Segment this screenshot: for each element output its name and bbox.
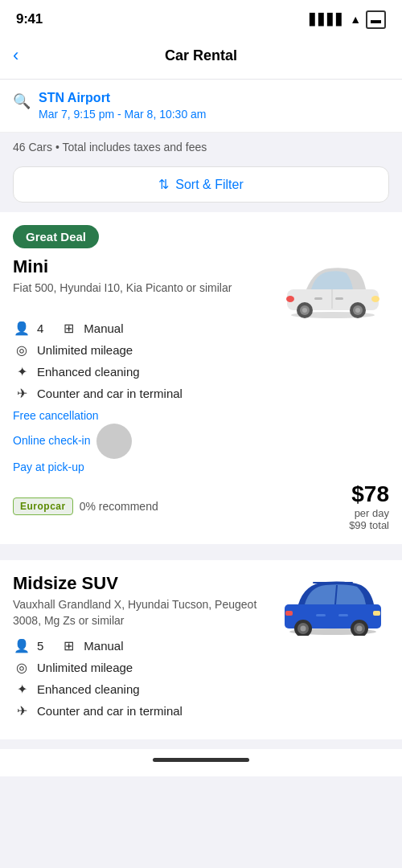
feature-row-seats: 👤 4 ⊞ Manual (13, 321, 389, 336)
mileage-label: Unlimited mileage (37, 343, 133, 357)
svg-point-5 (302, 308, 307, 313)
signal-icon: ▋▋▋▋ (310, 13, 345, 26)
home-indicator (0, 749, 402, 776)
blur-overlay (96, 424, 132, 459)
price-per-day: per day (349, 507, 389, 519)
recommend-text: 0% recommend (80, 500, 158, 513)
feature-row-terminal: ✈ Counter and car in terminal (13, 386, 389, 401)
page-title: Car Rental (165, 47, 237, 64)
svg-rect-11 (335, 297, 343, 300)
mileage-icon: ◎ (13, 342, 31, 358)
car-models-suv: Vauxhall Grandland X, Hyundai Tucson, Pe… (13, 597, 269, 628)
home-bar (153, 758, 249, 762)
car-illustration-mini (281, 259, 385, 319)
car-card-suv: Midsize SUV Vauxhall Grandland X, Hyunda… (0, 560, 402, 739)
car-features: 👤 4 ⊞ Manual ◎ Unlimited mileage ✦ Enhan… (13, 321, 389, 401)
search-dates: Mar 7, 9:15 pm - Mar 8, 10:30 am (39, 108, 207, 121)
search-section: 🔍 STN Airport Mar 7, 9:15 pm - Mar 8, 10… (0, 80, 402, 133)
provider-info: Europcar 0% recommend (13, 497, 158, 515)
feature-row-mileage: ◎ Unlimited mileage (13, 342, 389, 358)
search-info: STN Airport Mar 7, 9:15 pm - Mar 8, 10:3… (39, 91, 207, 121)
svg-rect-26 (313, 582, 353, 583)
cleaning-icon-suv: ✦ (13, 682, 31, 697)
sort-filter-button[interactable]: ⇅ Sort & Filter (13, 166, 389, 203)
car-illustration-suv (281, 575, 385, 636)
terminal-label-suv: Counter and car in terminal (37, 704, 183, 718)
sort-filter-section: ⇅ Sort & Filter (0, 162, 402, 212)
seats-icon: 👤 (13, 321, 31, 336)
price-total: $99 total (349, 519, 389, 531)
car-models: Fiat 500, Hyundai I10, Kia Picanto or si… (13, 280, 269, 297)
price-amount: $78 (351, 481, 389, 506)
svg-rect-12 (314, 297, 322, 300)
car-info-suv: Midsize SUV Vauxhall Grandland X, Hyunda… (13, 573, 269, 638)
status-time: 9:41 (16, 11, 43, 27)
feature-row-mileage-suv: ◎ Unlimited mileage (13, 660, 389, 675)
cleaning-icon: ✦ (13, 364, 31, 379)
car-card-mini: Great Deal Mini Fiat 500, Hyundai I10, K… (0, 212, 402, 544)
svg-point-21 (357, 625, 363, 631)
status-bar: 9:41 ▋▋▋▋ ▲ ▬ (0, 0, 402, 35)
search-icon: 🔍 (13, 92, 31, 110)
svg-rect-24 (338, 614, 348, 616)
provider-badge: Europcar (13, 497, 73, 515)
terminal-icon: ✈ (13, 386, 31, 401)
svg-rect-22 (373, 611, 380, 616)
seats-count: 4 (37, 321, 43, 335)
policy-payment[interactable]: Pay at pick-up (13, 461, 389, 473)
price-section: $78 per day $99 total (349, 481, 389, 531)
mileage-icon-suv: ◎ (13, 660, 31, 675)
terminal-icon-suv: ✈ (13, 703, 31, 719)
car-card-top-suv: Midsize SUV Vauxhall Grandland X, Hyunda… (13, 573, 389, 638)
back-button[interactable]: ‹ (13, 43, 25, 68)
search-airport[interactable]: STN Airport (39, 91, 207, 105)
feature-row-cleaning-suv: ✦ Enhanced cleaning (13, 682, 389, 697)
transmission-type: Manual (84, 321, 123, 335)
cleaning-label: Enhanced cleaning (37, 365, 140, 379)
feature-row-seats-suv: 👤 5 ⊞ Manual (13, 638, 389, 653)
svg-rect-23 (285, 611, 293, 616)
svg-point-10 (286, 296, 294, 302)
car-features-suv: 👤 5 ⊞ Manual ◎ Unlimited mileage ✦ Enhan… (13, 638, 389, 719)
great-deal-badge: Great Deal (13, 225, 99, 248)
results-count: 46 Cars • Total includes taxes and fees (0, 133, 402, 162)
battery-icon: ▬ (366, 10, 386, 29)
svg-rect-25 (316, 614, 326, 616)
car-count: 46 Cars (13, 141, 52, 154)
sort-filter-label: Sort & Filter (175, 178, 243, 192)
transmission-icon-suv: ⊞ (59, 638, 77, 653)
provider-name: Europcar (20, 501, 66, 512)
car-name-suv: Midsize SUV (13, 573, 269, 594)
card-divider (0, 554, 402, 560)
car-image (277, 256, 389, 321)
feature-row-terminal-suv: ✈ Counter and car in terminal (13, 703, 389, 719)
status-icons: ▋▋▋▋ ▲ ▬ (310, 10, 386, 29)
cleaning-label-suv: Enhanced cleaning (37, 682, 140, 696)
svg-point-9 (371, 296, 379, 302)
nav-header: ‹ Car Rental (0, 35, 402, 80)
car-card-top: Mini Fiat 500, Hyundai I10, Kia Picanto … (13, 256, 389, 321)
mileage-label-suv: Unlimited mileage (37, 661, 133, 674)
seats-icon-suv: 👤 (13, 638, 31, 653)
seats-count-suv: 5 (37, 639, 43, 653)
policy-checkin: Online check-in (13, 424, 389, 459)
transmission-icon: ⊞ (59, 321, 77, 336)
wifi-icon: ▲ (350, 13, 361, 26)
feature-row-cleaning: ✦ Enhanced cleaning (13, 364, 389, 379)
car-name: Mini (13, 256, 269, 277)
results-note: Total includes taxes and fees (62, 141, 207, 154)
terminal-label: Counter and car in terminal (37, 387, 183, 400)
filter-icon: ⇅ (158, 177, 169, 192)
svg-point-8 (355, 308, 360, 313)
provider-row: Europcar 0% recommend $78 per day $99 to… (13, 481, 389, 531)
transmission-type-suv: Manual (84, 639, 123, 653)
policy-links: Free cancellation Online check-in Pay at… (13, 409, 389, 473)
car-info: Mini Fiat 500, Hyundai I10, Kia Picanto … (13, 256, 269, 306)
svg-point-18 (301, 625, 306, 631)
policy-cancellation[interactable]: Free cancellation (13, 409, 389, 422)
car-image-suv (277, 573, 389, 637)
